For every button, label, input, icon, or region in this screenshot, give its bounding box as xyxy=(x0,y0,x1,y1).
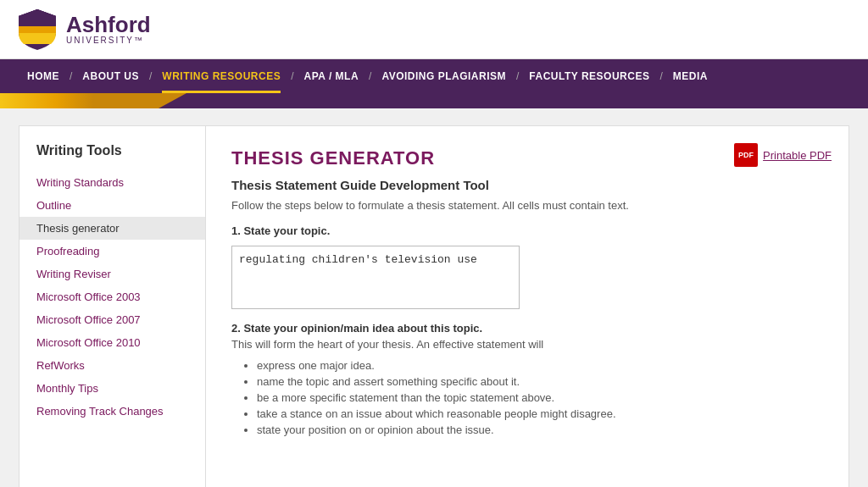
yellow-bar xyxy=(0,93,186,108)
nav-item-faculty-resources[interactable]: FACULTY RESOURCES xyxy=(519,59,659,93)
bullet-item-2: name the topic and assert something spec… xyxy=(257,375,823,388)
university-name: Ashford xyxy=(66,14,151,36)
sidebar-item-ms-office-2010[interactable]: Microsoft Office 2010 xyxy=(19,331,205,354)
topic-input[interactable] xyxy=(231,246,520,309)
logo-area: Ashford UNIVERSITY™ xyxy=(17,8,151,52)
nav-item-apa-mla[interactable]: APA / MLA xyxy=(294,59,370,93)
pdf-download-area[interactable]: PDF Printable PDF xyxy=(734,143,832,167)
pdf-link[interactable]: Printable PDF xyxy=(763,149,832,162)
bullet-list: express one major idea. name the topic a… xyxy=(231,359,823,436)
sidebar-item-removing-track-changes[interactable]: Removing Track Changes xyxy=(19,400,205,423)
bullet-item-4: take a stance on an issue about which re… xyxy=(257,407,823,420)
step1-label: 1. State your topic. xyxy=(231,224,823,237)
sidebar-item-ms-office-2003[interactable]: Microsoft Office 2003 xyxy=(19,285,205,308)
content-area: PDF Printable PDF THESIS GENERATOR Thesi… xyxy=(206,126,849,487)
sidebar-item-thesis-generator[interactable]: Thesis generator xyxy=(19,217,205,240)
main-content: Writing Tools Writing Standards Outline … xyxy=(19,125,849,487)
logo-text: Ashford UNIVERSITY™ xyxy=(66,14,151,45)
sidebar-item-outline[interactable]: Outline xyxy=(19,194,205,217)
nav-item-home[interactable]: HOME xyxy=(17,59,70,93)
sidebar-item-ms-office-2007[interactable]: Microsoft Office 2007 xyxy=(19,308,205,331)
main-nav: HOME / ABOUT US / WRITING RESOURCES / AP… xyxy=(0,59,868,93)
nav-item-avoiding-plagiarism[interactable]: AVOIDING PLAGIARISM xyxy=(371,59,516,93)
sidebar-item-refworks[interactable]: RefWorks xyxy=(19,354,205,377)
logo-shield-icon xyxy=(17,8,58,52)
nav-item-about-us[interactable]: ABOUT US xyxy=(72,59,149,93)
page-subtitle: Thesis Statement Guide Development Tool xyxy=(231,178,823,192)
sidebar-item-writing-reviser[interactable]: Writing Reviser xyxy=(19,263,205,285)
nav-item-media[interactable]: MEDIA xyxy=(663,59,718,93)
step2-label: 2. State your opinion/main idea about th… xyxy=(231,322,823,335)
sidebar-title: Writing Tools xyxy=(19,143,205,171)
nav-list: HOME / ABOUT US / WRITING RESOURCES / AP… xyxy=(17,59,718,93)
bullet-item-3: be a more specific statement than the to… xyxy=(257,391,823,404)
sidebar-item-monthly-tips[interactable]: Monthly Tips xyxy=(19,377,205,400)
site-header: Ashford UNIVERSITY™ xyxy=(0,0,868,59)
sidebar-item-proofreading[interactable]: Proofreading xyxy=(19,240,205,263)
bullet-item-1: express one major idea. xyxy=(257,359,823,372)
bullet-item-5: state your position on or opinion about … xyxy=(257,423,823,436)
sidebar-item-writing-standards[interactable]: Writing Standards xyxy=(19,171,205,194)
page-description: Follow the steps below to formulate a th… xyxy=(231,199,823,212)
step2-sub: This will form the heart of your thesis.… xyxy=(231,338,823,351)
sidebar: Writing Tools Writing Standards Outline … xyxy=(19,126,206,487)
pdf-icon: PDF xyxy=(734,143,758,167)
decorative-bar xyxy=(0,93,868,108)
nav-item-writing-resources[interactable]: WRITING RESOURCES xyxy=(152,59,291,93)
university-subtitle: UNIVERSITY™ xyxy=(66,36,151,45)
